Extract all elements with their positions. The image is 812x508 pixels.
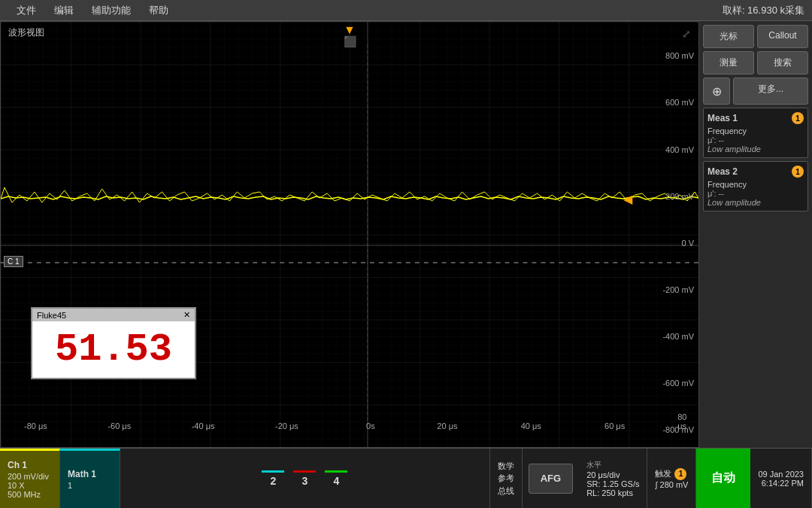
callout-button[interactable]: Callout [757, 25, 808, 48]
ch4-line [325, 470, 347, 473]
auto-button[interactable]: 自动 [696, 449, 750, 508]
meas2-title: Meas 2 [707, 166, 738, 177]
meas2-header: Meas 2 1 [707, 166, 804, 178]
meas1-block[interactable]: Meas 1 1 Frequency μ': -- Low amplitude [703, 108, 808, 158]
meas1-note: Low amplitude [707, 144, 804, 154]
trigger-badge: 1 [674, 468, 686, 480]
meas2-value: μ': -- [707, 189, 804, 198]
menu-file[interactable]: 文件 [8, 2, 45, 19]
y-label-200mv: 200 mV [665, 192, 694, 201]
y-label-n400mv: -400 mV [662, 332, 694, 341]
search-button[interactable]: 搜索 [757, 51, 808, 75]
x-label-20us: 20 μs [437, 421, 457, 430]
math-tab[interactable]: Math 1 1 [60, 449, 120, 508]
trigger-section: 触发 1 ∫ 280 mV [647, 449, 696, 508]
ch3-num: 3 [301, 475, 308, 487]
waveform-title: 波形视图 [8, 26, 44, 39]
y-label-n600mv: -600 mV [662, 379, 694, 388]
menu-tools[interactable]: 辅助功能 [83, 2, 140, 19]
channel-indicators: 2 3 4 [120, 449, 489, 508]
ch4-num: 4 [333, 475, 339, 487]
more-button[interactable]: 更多... [733, 78, 808, 105]
ch2-num: 2 [270, 475, 276, 487]
x-label-n80us: -80 μs [24, 421, 47, 430]
right-panel: 光标 Callout 测量 搜索 ⊕ 更多... Meas 1 1 Freque… [699, 21, 812, 448]
menu-bar: 文件 编辑 辅助功能 帮助 取样: 16.930 k采集 [0, 0, 812, 21]
y-label-400mv: 400 mV [665, 145, 694, 154]
menu-edit[interactable]: 编辑 [45, 2, 83, 19]
x-label-n20us: -20 μs [275, 421, 298, 430]
math-ref-total[interactable]: 数学 参考 总线 [489, 449, 523, 508]
measure-button[interactable]: 测量 [703, 51, 754, 75]
meas1-title: Meas 1 [707, 113, 738, 123]
x-label-40us: 40 μs [521, 421, 541, 430]
waveform-resize-icon[interactable]: ⤢ [682, 28, 691, 40]
y-label-800mv: 800 mV [665, 51, 694, 60]
x-label-n40us: -40 μs [192, 421, 215, 430]
fluke-title-bar: Fluke45 ✕ [32, 309, 195, 321]
y-label-n200mv: -200 mV [662, 285, 694, 294]
trigger-marker-arrow: ⬛ [344, 35, 356, 47]
ch2-line [262, 470, 284, 473]
time-display: 6:14:22 PM [762, 479, 804, 488]
y-label-0v: 0 V [681, 239, 694, 248]
zoom-button[interactable]: ⊕ [703, 78, 730, 105]
x-label-80us: 80 μs [677, 412, 692, 430]
meas1-badge: 1 [792, 112, 804, 124]
ch1-vdiv: 200 mV/div [8, 472, 52, 481]
btn-row-3: ⊕ 更多... [703, 78, 808, 105]
bottom-bar: Ch 1 200 mV/div 10 X 500 MHz Math 1 1 2 … [0, 448, 812, 508]
cursor-button[interactable]: 光标 [703, 25, 754, 48]
horiz-sr: SR: 1.25 GS/s [586, 479, 639, 488]
x-label-n60us: -60 μs [108, 421, 131, 430]
btn-row-1: 光标 Callout [703, 25, 808, 48]
sample-rate: 取样: 16.930 k采集 [723, 4, 804, 17]
waveform-svg [1, 22, 698, 447]
meas2-note: Low amplitude [707, 198, 804, 207]
menu-help[interactable]: 帮助 [140, 2, 177, 19]
main-layout: 波形视图 ▼ ⬛ [0, 21, 812, 448]
trigger-level-arrow: ◀ [623, 192, 632, 206]
x-label-0s: 0s [366, 421, 375, 430]
ch2-indicator[interactable]: 2 [262, 470, 284, 487]
x-label-60us: 60 μs [604, 421, 625, 430]
ch1-tab[interactable]: Ch 1 200 mV/div 10 X 500 MHz [0, 449, 60, 508]
fluke-instrument-box[interactable]: Fluke45 ✕ 51.53 [31, 307, 196, 379]
date-display: 09 Jan 2023 [758, 470, 804, 479]
horiz-section: 水平 20 μs/div SR: 1.25 GS/s RL: 250 kpts [579, 449, 647, 508]
trigger-level: ∫ 280 mV [655, 480, 688, 489]
math-value: 1 [68, 481, 112, 490]
afg-button[interactable]: AFG [529, 464, 573, 494]
waveform-area[interactable]: 波形视图 ▼ ⬛ [0, 21, 699, 448]
ch1-label: Ch 1 [8, 460, 52, 470]
ch1-probe: 10 X [8, 481, 52, 490]
horiz-rl: RL: 250 kpts [586, 488, 639, 497]
ch1-channel-label: C 1 [4, 256, 23, 267]
meas1-param: Frequency [707, 126, 804, 135]
fluke-value: 51.53 [32, 321, 195, 378]
svg-rect-1 [1, 22, 698, 447]
ch4-indicator[interactable]: 4 [325, 470, 347, 487]
meas2-param: Frequency [707, 180, 804, 189]
trigger-title: 触发 [655, 468, 671, 479]
svg-rect-2 [1, 22, 698, 447]
math-label: Math 1 [68, 469, 112, 479]
svg-rect-0 [1, 22, 698, 447]
horiz-tdiv: 20 μs/div [586, 470, 639, 479]
fluke-title-text: Fluke45 [37, 311, 66, 320]
ch3-indicator[interactable]: 3 [293, 470, 316, 487]
btn-row-2: 测量 搜索 [703, 51, 808, 75]
y-label-600mv: 600 mV [665, 98, 694, 107]
ch3-line [293, 470, 316, 473]
ch1-bw: 500 MHz [8, 490, 52, 499]
horiz-title: 水平 [586, 460, 639, 470]
datetime-section: 09 Jan 2023 6:14:22 PM [750, 449, 812, 508]
meas2-badge: 1 [792, 166, 804, 178]
fluke-close-button[interactable]: ✕ [183, 310, 190, 320]
meas1-header: Meas 1 1 [707, 112, 804, 124]
meas1-value: μ': -- [707, 135, 804, 144]
math-ref-total-text: 数学 参考 总线 [498, 460, 514, 497]
meas2-block[interactable]: Meas 2 1 Frequency μ': -- Low amplitude [703, 161, 808, 211]
